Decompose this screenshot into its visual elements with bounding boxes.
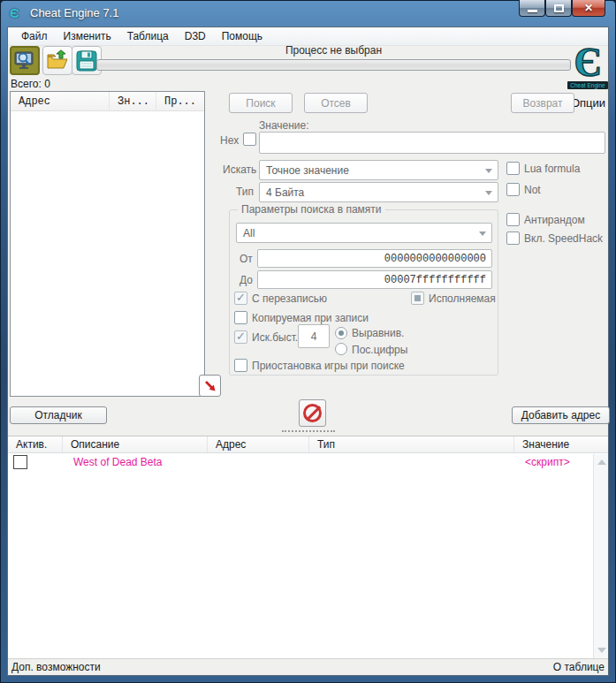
col-address[interactable]: Адрес (208, 436, 309, 452)
titlebar[interactable]: Є Cheat Engine 7.1 ✕ (0, 0, 616, 27)
minimize-button[interactable] (519, 0, 545, 17)
process-status: Процесс не выбран (96, 44, 571, 57)
not-checkbox[interactable] (506, 183, 520, 196)
client-area: Файл Изменить Таблица D3D Помощь (7, 27, 609, 676)
col-type[interactable]: Тип (309, 436, 514, 452)
fast-scan-alignment-input[interactable] (298, 324, 330, 348)
red-arrow-icon (202, 378, 218, 394)
maximize-icon (554, 4, 564, 12)
no-entry-icon (303, 404, 322, 422)
cheat-engine-logo[interactable]: Є Cheat Engine (566, 41, 610, 95)
table-row[interactable]: West of Dead Beta <скрипт> (8, 453, 608, 471)
memory-scan-options-group: Параметры поиска в памяти All От До ✓ С … (229, 209, 498, 376)
window-title: Cheat Engine 7.1 (30, 6, 118, 19)
open-table-button[interactable] (42, 46, 72, 75)
pause-game-checkbox[interactable] (234, 359, 247, 372)
menu-file[interactable]: Файл (13, 28, 56, 44)
menu-help[interactable]: Помощь (214, 28, 270, 44)
save-floppy-icon (75, 49, 98, 72)
select-process-button[interactable] (10, 46, 40, 75)
copy-on-write-label: Копируемая при записи (252, 312, 369, 324)
maximize-button[interactable] (545, 0, 572, 17)
check-icon: ✓ (236, 291, 246, 304)
debugger-button[interactable]: Отладчик (10, 406, 107, 424)
writable-checkbox[interactable]: ✓ (234, 292, 247, 305)
last-digits-label: Пос.цифры (352, 344, 407, 356)
hex-label: Hex (220, 134, 239, 147)
aligned-radio[interactable] (335, 327, 347, 339)
menu-table[interactable]: Таблица (119, 28, 177, 44)
first-scan-button[interactable]: Поиск (229, 93, 293, 113)
fast-scan-label: Иск.быст. (252, 331, 298, 344)
value-label: Значение: (259, 119, 309, 132)
advanced-options-link[interactable]: Доп. возможности (11, 661, 101, 673)
pause-game-label: Приостановка игры при поиске (252, 360, 405, 372)
value-type-dropdown[interactable]: 4 Байта (259, 182, 498, 202)
chevron-down-icon (485, 191, 492, 195)
open-folder-icon (46, 49, 69, 72)
fast-scan-checkbox[interactable]: ✓ (234, 330, 247, 344)
found-col-address[interactable]: Адрес (11, 92, 110, 110)
scroll-up-icon[interactable] (597, 459, 606, 465)
scan-start-input[interactable] (257, 249, 492, 268)
from-label: От (240, 253, 253, 265)
close-button[interactable]: ✕ (572, 0, 605, 17)
value-input[interactable] (259, 132, 605, 154)
not-label: Not (524, 184, 541, 196)
row-value[interactable]: <скрипт> (525, 456, 570, 468)
add-selected-addresses-button[interactable] (199, 375, 221, 397)
menu-d3d[interactable]: D3D (177, 28, 214, 44)
value-type-label: Тип (236, 186, 254, 198)
col-active[interactable]: Актив. (8, 436, 63, 452)
undo-scan-button[interactable]: Возврат (511, 93, 574, 113)
select-process-icon (13, 49, 36, 72)
row-description[interactable]: West of Dead Beta (73, 456, 163, 468)
stop-button[interactable] (299, 399, 326, 427)
chevron-down-icon (479, 231, 486, 236)
table-extras-link[interactable]: О таблице (553, 661, 605, 673)
splitter-handle[interactable] (282, 430, 335, 432)
found-col-value[interactable]: Зн... (110, 92, 156, 110)
status-bar: Доп. возможности О таблице (8, 658, 608, 675)
col-description[interactable]: Описание (63, 436, 208, 452)
col-value[interactable]: Значение (514, 436, 608, 452)
writable-label: С перезаписью (252, 292, 327, 305)
window-controls: ✕ (519, 0, 605, 17)
found-list[interactable]: Адрес Зн... Пр... (10, 91, 205, 397)
address-table[interactable]: Актив. Описание Адрес Тип Значение West … (8, 436, 608, 658)
hex-checkbox[interactable] (243, 133, 256, 146)
found-list-header: Адрес Зн... Пр... (11, 92, 204, 111)
add-address-button[interactable]: Добавить адрес (512, 406, 610, 424)
lua-formula-label: Lua formula (524, 163, 580, 175)
region-dropdown[interactable]: All (236, 223, 492, 243)
antirandom-checkbox[interactable] (506, 213, 520, 226)
logo-glyph: Є (574, 41, 601, 85)
value-type-value: 4 Байта (266, 186, 304, 199)
found-total-label: Всего: 0 (11, 78, 50, 90)
found-col-previous[interactable]: Пр... (156, 92, 204, 110)
region-value: All (243, 227, 255, 239)
menu-edit[interactable]: Изменить (56, 28, 119, 44)
minimize-icon (528, 10, 537, 12)
scroll-down-icon[interactable] (597, 648, 606, 653)
scan-stop-input[interactable] (257, 270, 492, 289)
executable-label: Исполняемая (429, 292, 496, 305)
chevron-down-icon (485, 169, 492, 173)
menu-bar: Файл Изменить Таблица D3D Помощь (8, 27, 608, 46)
cheat-engine-window: Є Cheat Engine 7.1 ✕ Файл Изменить Табли… (0, 0, 616, 683)
last-digits-radio[interactable] (335, 343, 347, 355)
executable-checkbox[interactable] (411, 292, 424, 305)
scan-progressbar (96, 59, 571, 71)
copy-on-write-checkbox[interactable] (234, 311, 247, 324)
table-scrollbar[interactable] (593, 454, 608, 658)
close-icon: ✕ (573, 2, 605, 14)
scan-type-label: Искать (223, 163, 256, 176)
check-icon: ✓ (236, 330, 246, 343)
memory-group-title: Параметры поиска в памяти (238, 203, 385, 216)
speedhack-label: Вкл. SpeedHack (524, 232, 603, 245)
scan-type-dropdown[interactable]: Точное значение (259, 160, 498, 180)
row-active-checkbox[interactable] (13, 455, 27, 469)
speedhack-checkbox[interactable] (506, 231, 520, 245)
next-scan-button[interactable]: Отсев (304, 93, 368, 113)
lua-formula-checkbox[interactable] (506, 162, 520, 175)
